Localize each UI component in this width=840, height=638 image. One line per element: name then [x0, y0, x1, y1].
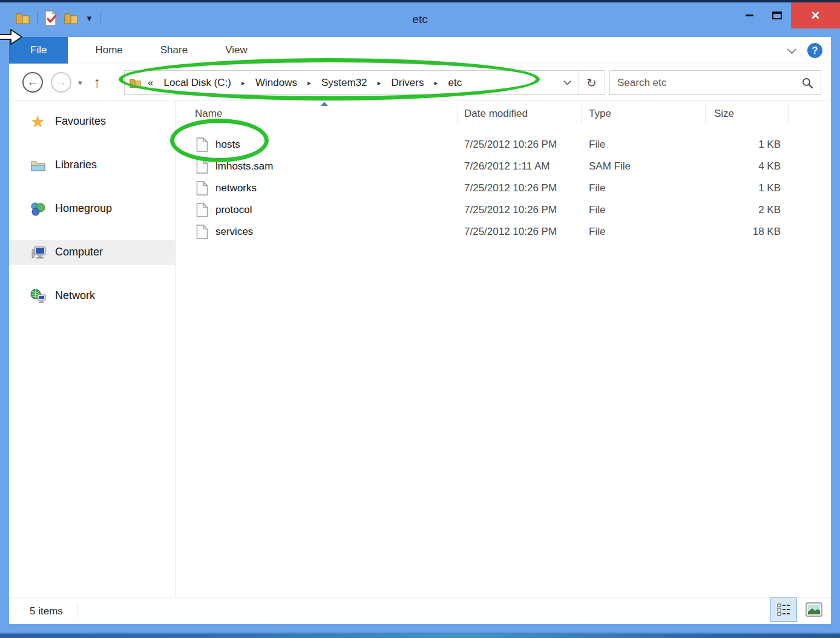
- collapse-ribbon-icon[interactable]: [787, 44, 797, 54]
- breadcrumb-separator-icon: ▸: [378, 79, 381, 87]
- item-count: 5 items: [30, 605, 63, 617]
- window-title: etc: [121, 13, 719, 26]
- nav-buttons: ← → ▾ ↑: [22, 72, 101, 93]
- sidebar-item-libraries[interactable]: Libraries: [9, 153, 175, 177]
- up-button[interactable]: ↑: [94, 74, 101, 91]
- tab-share[interactable]: Share: [142, 37, 206, 64]
- title-bar: ▼ etc ✕: [0, 2, 840, 37]
- breadcrumb-item-windows[interactable]: Windows: [255, 77, 297, 89]
- help-icon[interactable]: ?: [807, 43, 822, 58]
- tab-file[interactable]: File: [9, 37, 68, 64]
- breadcrumb-separator-icon: ▸: [241, 79, 245, 87]
- minimize-button[interactable]: [735, 2, 763, 28]
- file-size: 2 KB: [708, 199, 781, 221]
- forward-button[interactable]: →: [51, 72, 71, 93]
- address-bar[interactable]: « Local Disk (C:) ▸ Windows ▸ System32 ▸…: [124, 70, 605, 95]
- sidebar-item-network[interactable]: Network: [9, 283, 175, 308]
- file-type: File: [589, 177, 605, 199]
- toolbar-separator: [100, 11, 100, 25]
- search-icon[interactable]: [801, 77, 813, 89]
- breadcrumb-item-local-disk[interactable]: Local Disk (C:): [163, 77, 231, 89]
- recent-locations-caret-icon[interactable]: ▾: [78, 78, 82, 87]
- tab-view[interactable]: View: [206, 37, 266, 64]
- search-input[interactable]: [617, 77, 801, 89]
- explorer-window: ▼ etc ✕ File Home Share View ?: [0, 0, 840, 634]
- address-folder-icon: [130, 77, 142, 88]
- column-divider[interactable]: [457, 105, 458, 123]
- file-row-services[interactable]: services 7/25/2012 10:26 PM File 18 KB: [176, 221, 831, 243]
- column-header-size[interactable]: Size: [714, 101, 734, 127]
- customize-toolbar-caret-icon[interactable]: ▼: [85, 15, 93, 22]
- file-name: networks: [215, 177, 257, 199]
- sidebar-item-label: Favourites: [55, 115, 106, 128]
- breadcrumb-item-system32[interactable]: System32: [321, 77, 367, 89]
- minimize-icon: [746, 15, 753, 16]
- address-dropdown-icon[interactable]: [556, 82, 578, 84]
- file-date: 7/25/2012 10:26 PM: [464, 199, 557, 221]
- maximize-icon: [772, 12, 782, 19]
- network-icon: [30, 288, 46, 303]
- file-row-hosts[interactable]: hosts 7/25/2012 10:26 PM File 1 KB: [176, 134, 831, 156]
- navigation-pane: ★ Favourites Libraries: [9, 101, 176, 597]
- properties-icon[interactable]: [44, 10, 57, 26]
- status-bar: 5 items: [9, 597, 831, 624]
- file-row-networks[interactable]: networks 7/25/2012 10:26 PM File 1 KB: [176, 177, 831, 199]
- column-header-name[interactable]: Name: [195, 101, 222, 127]
- refresh-icon[interactable]: ↻: [578, 71, 605, 94]
- thumbnail-view-icon: [805, 602, 823, 617]
- maximize-button[interactable]: [763, 2, 791, 28]
- folder-icon[interactable]: [16, 12, 30, 25]
- breadcrumb-item-etc[interactable]: etc: [448, 77, 462, 89]
- sidebar-item-label: Computer: [55, 246, 103, 258]
- main-area: ★ Favourites Libraries: [9, 101, 831, 597]
- breadcrumb-item-drivers[interactable]: Drivers: [392, 77, 424, 89]
- column-divider[interactable]: [788, 105, 789, 123]
- file-row-lmhosts[interactable]: lmhosts.sam 7/26/2012 1:11 AM SAM File 4…: [176, 156, 831, 177]
- file-list-pane: Name Date modified Type Size: [176, 101, 831, 597]
- sidebar-item-favourites[interactable]: ★ Favourites: [9, 109, 175, 134]
- status-divider: [77, 604, 77, 619]
- sort-ascending-icon: [321, 102, 328, 106]
- sidebar-item-label: Network: [55, 289, 95, 302]
- desktop-screen: ▼ etc ✕ File Home Share View ?: [0, 0, 840, 638]
- file-size: 1 KB: [708, 177, 781, 199]
- breadcrumb-collapse-chevron[interactable]: «: [148, 77, 153, 89]
- file-icon: [196, 177, 208, 199]
- thumbnail-view-button[interactable]: [801, 597, 827, 622]
- column-divider[interactable]: [705, 105, 706, 123]
- close-button[interactable]: ✕: [791, 2, 840, 28]
- file-type: File: [589, 134, 605, 156]
- computer-icon: [30, 245, 46, 260]
- breadcrumb: « Local Disk (C:) ▸ Windows ▸ System32 ▸…: [148, 77, 462, 89]
- details-view-icon: [776, 602, 791, 617]
- sidebar-item-computer[interactable]: Computer: [9, 240, 175, 265]
- column-divider[interactable]: [581, 105, 582, 123]
- new-folder-icon[interactable]: [64, 12, 79, 25]
- column-header-date-modified[interactable]: Date modified: [464, 101, 528, 127]
- star-icon: ★: [30, 114, 46, 129]
- file-date: 7/26/2012 1:11 AM: [464, 156, 550, 177]
- file-row-protocol[interactable]: protocol 7/25/2012 10:26 PM File 2 KB: [176, 199, 831, 221]
- column-headers: Name Date modified Type Size: [176, 101, 831, 127]
- window-controls: ✕: [735, 2, 840, 28]
- file-name: services: [215, 221, 253, 243]
- sidebar-item-homegroup[interactable]: Homegroup: [9, 196, 175, 221]
- ribbon-tab-row: File Home Share View ?: [9, 37, 831, 64]
- file-icon: [196, 221, 208, 243]
- quick-access-toolbar: ▼: [16, 10, 100, 26]
- search-box[interactable]: [609, 70, 821, 95]
- back-button[interactable]: ←: [22, 72, 43, 93]
- column-header-type[interactable]: Type: [589, 101, 611, 127]
- details-view-button[interactable]: [770, 597, 797, 622]
- file-icon: [196, 199, 208, 221]
- navigation-bar: ← → ▾ ↑ « Local Disk (C:) ▸ Windows: [9, 64, 831, 101]
- sidebar-item-label: Homegroup: [55, 202, 112, 215]
- sidebar-item-label: Libraries: [55, 159, 97, 171]
- window-content: File Home Share View ? ← → ▾ ↑: [9, 37, 831, 624]
- tab-home[interactable]: Home: [76, 37, 141, 64]
- file-size: 18 KB: [708, 221, 781, 243]
- file-size: 4 KB: [708, 156, 781, 177]
- file-name: lmhosts.sam: [215, 156, 273, 177]
- file-date: 7/25/2012 10:26 PM: [464, 134, 557, 156]
- file-type: SAM File: [589, 156, 631, 177]
